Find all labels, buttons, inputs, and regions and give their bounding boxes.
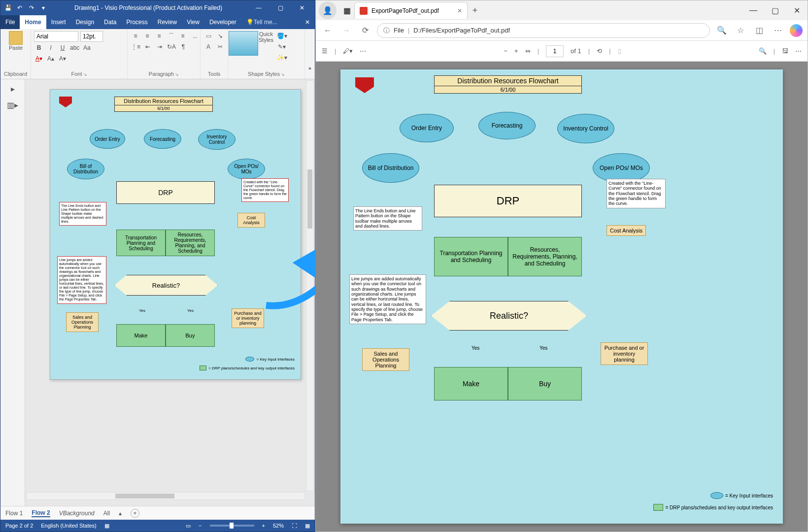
tab-close-button[interactable]: ✕	[457, 7, 462, 14]
undo-icon[interactable]: ↶	[15, 3, 24, 12]
font-color-button[interactable]: A▾	[34, 54, 44, 64]
page-tab-dropdown-icon[interactable]: ▴	[119, 510, 122, 517]
align-right-button[interactable]: ≡	[154, 31, 164, 41]
zoom-level[interactable]: 52%	[273, 523, 284, 529]
vscroll-thumb[interactable]	[307, 169, 312, 229]
fit-page-icon[interactable]: ⛶	[292, 523, 297, 529]
page-tab-flow1[interactable]: Flow 1	[5, 510, 23, 517]
page-tab-all[interactable]: All	[103, 510, 110, 517]
align-bottom-button[interactable]: ⎵	[190, 31, 200, 41]
fit-width-icon[interactable]: ⇔	[525, 47, 531, 55]
bullets-button[interactable]: ⋮≡	[131, 42, 141, 52]
copilot-icon[interactable]	[790, 24, 803, 37]
draw-icon[interactable]: 🖊▾	[343, 47, 353, 55]
align-center-button[interactable]: ≡	[142, 31, 152, 41]
shapes-toggle-icon[interactable]: ▥▸	[7, 100, 18, 110]
qat-more-icon[interactable]: ▾	[39, 3, 48, 12]
tab-design[interactable]: Design	[71, 15, 99, 29]
status-language[interactable]: English (United States)	[41, 523, 97, 529]
tab-home[interactable]: Home	[20, 15, 46, 29]
rotate-icon[interactable]: ⟲	[597, 47, 602, 55]
tab-review[interactable]: Review	[153, 15, 182, 29]
tab-data[interactable]: Data	[99, 15, 121, 29]
page-number-input[interactable]	[546, 45, 564, 57]
paragraph-dialog-launcher[interactable]: ↘	[175, 72, 179, 77]
strike-button[interactable]: abc	[69, 43, 80, 53]
new-tab-button[interactable]: +	[468, 3, 482, 18]
close-button[interactable]: ✕	[292, 2, 312, 13]
page-tab-vbackground[interactable]: VBackground	[59, 510, 95, 517]
canvas[interactable]: Distribution Resources Flowchart 6/1/00 …	[25, 79, 315, 506]
vertical-scrollbar[interactable]	[306, 80, 314, 491]
settings-menu-button[interactable]: ⋯	[771, 24, 785, 37]
shapes-pane-collapsed[interactable]: ▸ ▥▸	[0, 79, 25, 506]
tab-view[interactable]: View	[182, 15, 204, 29]
page-tab-flow2[interactable]: Flow 2	[32, 509, 50, 517]
edge-close-button[interactable]: ✕	[786, 0, 808, 20]
split-screen-icon[interactable]: ◫	[752, 24, 766, 37]
quick-styles-button[interactable]	[231, 31, 256, 56]
paragraph-mark-button[interactable]: ¶	[178, 42, 188, 52]
ribbon-collapse-button[interactable]: ˄	[305, 29, 315, 79]
font-size-combo[interactable]	[80, 31, 103, 42]
redo-icon[interactable]: ↷	[27, 3, 36, 12]
favorite-button[interactable]: ☆	[734, 24, 747, 37]
font-dialog-launcher[interactable]: ↘	[83, 72, 87, 77]
underline-button[interactable]: U	[58, 43, 67, 53]
tab-file[interactable]: File	[0, 15, 20, 29]
address-bar[interactable]: ⓘ File | D:/Files/ExportPageToPdf_out.pd…	[377, 23, 710, 38]
collapse-ribbon-icon[interactable]: ✕	[300, 19, 315, 26]
indent-dec-button[interactable]: ⇤	[143, 42, 153, 52]
contents-icon[interactable]: ☰	[322, 47, 328, 55]
text-tool-button[interactable]: A	[203, 42, 213, 52]
pdf-more-icon[interactable]: ⋯	[795, 47, 802, 55]
drawing-page[interactable]: Distribution Resources Flowchart 6/1/00 …	[50, 89, 301, 380]
browser-tab[interactable]: ExportPageToPdf_out.pdf ✕	[354, 2, 468, 19]
font-name-combo[interactable]	[34, 31, 78, 42]
zoom-out-button[interactable]: −	[199, 523, 202, 529]
expand-shapes-icon[interactable]: ▸	[11, 84, 15, 94]
tab-process[interactable]: Process	[121, 15, 152, 29]
grow-font-button[interactable]: A▴	[46, 54, 56, 64]
connector-tool-button[interactable]: ↘	[215, 31, 225, 41]
presentation-mode-icon[interactable]: ▭	[186, 523, 191, 529]
maximize-button[interactable]: ▢	[270, 2, 290, 13]
zoom-slider[interactable]	[210, 525, 254, 527]
profile-icon[interactable]: 👤	[319, 1, 337, 19]
pdf-zoom-in-button[interactable]: +	[514, 47, 518, 55]
bold-button[interactable]: B	[34, 43, 44, 53]
align-top-button[interactable]: ⎴	[166, 31, 176, 41]
effects-button[interactable]: ✨▾	[276, 53, 288, 63]
align-left-button[interactable]: ≡	[131, 31, 140, 41]
pdf-viewport[interactable]: Distribution Resources Flowchart 6/1/00 …	[316, 62, 808, 532]
macro-record-icon[interactable]: ▦	[104, 523, 109, 529]
find-icon[interactable]: 🔍	[759, 47, 767, 55]
fill-button[interactable]: 🪣▾	[276, 31, 288, 41]
edge-maximize-button[interactable]: ▢	[764, 0, 786, 20]
text-effects-button[interactable]: Aa	[82, 43, 92, 53]
back-button[interactable]: ←	[321, 24, 335, 37]
site-info-icon[interactable]: ⓘ	[383, 26, 390, 35]
save-icon[interactable]: 💾	[3, 3, 12, 12]
paste-button[interactable]: Paste	[3, 31, 28, 51]
refresh-button[interactable]: ⟳	[358, 24, 372, 37]
pan-zoom-icon[interactable]: ▦	[305, 523, 310, 529]
zoom-indicator-icon[interactable]: 🔍	[715, 24, 729, 37]
line-button[interactable]: ✎▾	[276, 42, 288, 52]
horizontal-scrollbar[interactable]	[26, 492, 305, 500]
edge-minimize-button[interactable]: ―	[742, 0, 764, 20]
crop-tool-button[interactable]: ✂	[215, 42, 225, 52]
hscroll-thumb[interactable]	[115, 494, 174, 499]
shape-dialog-launcher[interactable]: ↘	[281, 72, 285, 77]
tell-me[interactable]: 💡 Tell me...	[241, 15, 282, 29]
more-tools-icon[interactable]: ⋯	[360, 47, 366, 55]
zoom-in-button[interactable]: +	[262, 523, 265, 529]
tab-insert[interactable]: Insert	[46, 15, 71, 29]
shrink-font-button[interactable]: A▾	[58, 54, 67, 64]
save-pdf-icon[interactable]: 🖫	[782, 47, 788, 55]
add-page-button[interactable]: +	[131, 509, 139, 518]
pointer-tool-button[interactable]: ▭	[203, 31, 213, 41]
tab-developer[interactable]: Developer	[204, 15, 241, 29]
rotate-text-button[interactable]: ↻A	[167, 42, 176, 52]
indent-inc-button[interactable]: ⇥	[155, 42, 165, 52]
